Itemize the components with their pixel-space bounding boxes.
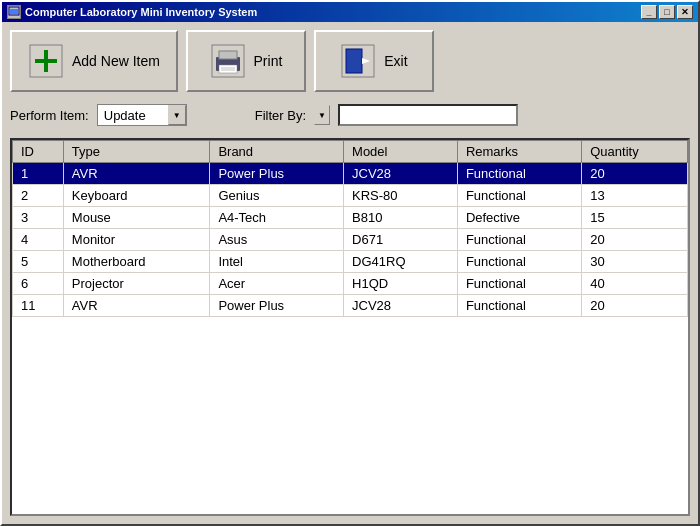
col-remarks: Remarks bbox=[457, 141, 581, 163]
window-title: Computer Laboratory Mini Inventory Syste… bbox=[25, 6, 637, 18]
cell-id: 3 bbox=[13, 207, 64, 229]
col-quantity: Quantity bbox=[582, 141, 688, 163]
cell-remarks: Functional bbox=[457, 163, 581, 185]
table-row[interactable]: 5MotherboardIntelDG41RQFunctional30 bbox=[13, 251, 688, 273]
close-button[interactable]: ✕ bbox=[677, 5, 693, 19]
cell-type: Projector bbox=[63, 273, 210, 295]
cell-brand: Asus bbox=[210, 229, 344, 251]
cell-remarks: Functional bbox=[457, 185, 581, 207]
cell-remarks: Functional bbox=[457, 295, 581, 317]
add-new-item-label: Add New Item bbox=[72, 53, 160, 69]
exit-label: Exit bbox=[384, 53, 407, 69]
cell-model: D671 bbox=[344, 229, 458, 251]
cell-model: B810 bbox=[344, 207, 458, 229]
cell-type: Monitor bbox=[63, 229, 210, 251]
cell-model: KRS-80 bbox=[344, 185, 458, 207]
exit-button[interactable]: Exit bbox=[314, 30, 434, 92]
cell-quantity: 20 bbox=[582, 163, 688, 185]
table-row[interactable]: 11AVRPower PlusJCV28Functional20 bbox=[13, 295, 688, 317]
cell-id: 6 bbox=[13, 273, 64, 295]
exit-icon bbox=[340, 43, 376, 79]
inventory-table-container: ID Type Brand Model Remarks Quantity 1AV… bbox=[10, 138, 690, 516]
window-icon bbox=[7, 5, 21, 19]
cell-id: 1 bbox=[13, 163, 64, 185]
perform-item-label: Perform Item: bbox=[10, 108, 89, 123]
cell-quantity: 20 bbox=[582, 229, 688, 251]
table-row[interactable]: 3MouseA4-TechB810Defective15 bbox=[13, 207, 688, 229]
print-icon bbox=[210, 43, 246, 79]
svg-rect-12 bbox=[346, 49, 362, 73]
cell-brand: Intel bbox=[210, 251, 344, 273]
cell-quantity: 15 bbox=[582, 207, 688, 229]
cell-type: Mouse bbox=[63, 207, 210, 229]
cell-brand: Power Plus bbox=[210, 295, 344, 317]
cell-quantity: 40 bbox=[582, 273, 688, 295]
perform-item-group: Update ▼ bbox=[97, 104, 187, 126]
cell-brand: A4-Tech bbox=[210, 207, 344, 229]
col-brand: Brand bbox=[210, 141, 344, 163]
minimize-button[interactable]: _ bbox=[641, 5, 657, 19]
table-row[interactable]: 6ProjectorAcerH1QDFunctional40 bbox=[13, 273, 688, 295]
svg-rect-14 bbox=[362, 60, 368, 62]
print-button[interactable]: Print bbox=[186, 30, 306, 92]
table-header-row: ID Type Brand Model Remarks Quantity bbox=[13, 141, 688, 163]
inventory-table: ID Type Brand Model Remarks Quantity 1AV… bbox=[12, 140, 688, 317]
filter-text-input[interactable] bbox=[338, 104, 518, 126]
filter-by-group: ▼ bbox=[314, 105, 330, 125]
cell-brand: Acer bbox=[210, 273, 344, 295]
cell-remarks: Functional bbox=[457, 229, 581, 251]
cell-id: 4 bbox=[13, 229, 64, 251]
svg-rect-1 bbox=[10, 9, 18, 14]
cell-type: Motherboard bbox=[63, 251, 210, 273]
cell-quantity: 20 bbox=[582, 295, 688, 317]
add-new-item-button[interactable]: Add New Item bbox=[10, 30, 178, 92]
col-model: Model bbox=[344, 141, 458, 163]
cell-remarks: Defective bbox=[457, 207, 581, 229]
cell-model: JCV28 bbox=[344, 163, 458, 185]
window-controls: _ □ ✕ bbox=[641, 5, 693, 19]
filter-bar: Perform Item: Update ▼ Filter By: ▼ bbox=[10, 100, 690, 130]
cell-type: Keyboard bbox=[63, 185, 210, 207]
table-row[interactable]: 4MonitorAsusD671Functional20 bbox=[13, 229, 688, 251]
toolbar: Add New Item Print bbox=[10, 30, 690, 92]
perform-dropdown-arrow[interactable]: ▼ bbox=[168, 105, 186, 125]
cell-quantity: 30 bbox=[582, 251, 688, 273]
perform-select-wrapper: Update ▼ bbox=[97, 104, 187, 126]
cell-brand: Power Plus bbox=[210, 163, 344, 185]
title-bar: Computer Laboratory Mini Inventory Syste… bbox=[2, 2, 698, 22]
filter-dropdown-arrow[interactable]: ▼ bbox=[314, 105, 330, 125]
print-label: Print bbox=[254, 53, 283, 69]
main-window: Computer Laboratory Mini Inventory Syste… bbox=[0, 0, 700, 526]
filter-by-label: Filter By: bbox=[255, 108, 306, 123]
cell-model: DG41RQ bbox=[344, 251, 458, 273]
table-row[interactable]: 1AVRPower PlusJCV28Functional20 bbox=[13, 163, 688, 185]
cell-id: 2 bbox=[13, 185, 64, 207]
maximize-button[interactable]: □ bbox=[659, 5, 675, 19]
cell-type: AVR bbox=[63, 295, 210, 317]
cell-model: H1QD bbox=[344, 273, 458, 295]
add-icon bbox=[28, 43, 64, 79]
col-id: ID bbox=[13, 141, 64, 163]
perform-value: Update bbox=[98, 108, 168, 123]
svg-rect-8 bbox=[219, 65, 237, 73]
cell-model: JCV28 bbox=[344, 295, 458, 317]
cell-brand: Genius bbox=[210, 185, 344, 207]
cell-quantity: 13 bbox=[582, 185, 688, 207]
col-type: Type bbox=[63, 141, 210, 163]
content-area: Add New Item Print bbox=[2, 22, 698, 524]
table-row[interactable]: 2KeyboardGeniusKRS-80Functional13 bbox=[13, 185, 688, 207]
cell-remarks: Functional bbox=[457, 273, 581, 295]
cell-id: 11 bbox=[13, 295, 64, 317]
cell-id: 5 bbox=[13, 251, 64, 273]
cell-type: AVR bbox=[63, 163, 210, 185]
svg-rect-4 bbox=[35, 59, 57, 63]
svg-rect-7 bbox=[219, 51, 237, 59]
cell-remarks: Functional bbox=[457, 251, 581, 273]
